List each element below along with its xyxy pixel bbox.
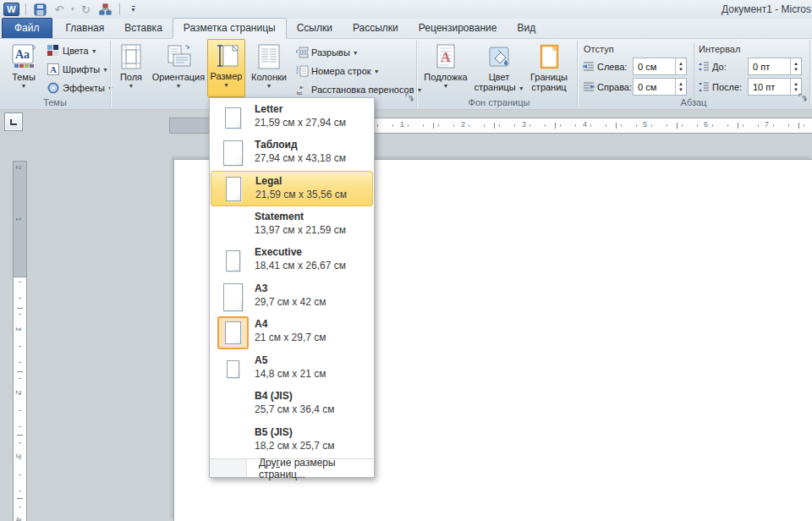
save-button[interactable] xyxy=(32,2,47,17)
size-button[interactable]: Размер ▼ xyxy=(207,39,245,97)
left-tab-icon xyxy=(10,119,17,125)
breaks-button[interactable]: Разрывы▼ xyxy=(295,46,359,59)
tab-references[interactable]: Ссылки xyxy=(287,19,343,38)
vertical-ruler[interactable]: 2 1 1 2 3 4 xyxy=(13,161,27,521)
tab-stop-selector[interactable] xyxy=(4,112,23,131)
tab-file[interactable]: Файл xyxy=(2,18,52,38)
menu-item-a4-selected[interactable]: A4 21 см x 29,7 см xyxy=(211,315,373,350)
svg-text:A: A xyxy=(50,64,57,74)
tab-insert[interactable]: Вставка xyxy=(114,19,173,38)
page-color-button[interactable]: Цвет страницы ▼ xyxy=(474,41,524,98)
menu-item-executive[interactable]: Executive 18,41 см x 26,67 см xyxy=(211,243,373,278)
undo-icon: ↶ xyxy=(55,4,64,15)
group-label-paragraph: Абзац xyxy=(634,97,753,107)
watermark-button[interactable]: A Подложка ▼ xyxy=(421,41,470,98)
spacing-after-spinner[interactable]: 10 пт ▲▼ xyxy=(748,78,802,96)
word-window: W ↶ ▾ ↻ ▾ Документ1 - Micros Файл Главна… xyxy=(0,0,812,521)
paper-size-menu: Letter 21,59 см x 27,94 см Таблоид 27,94… xyxy=(209,97,375,478)
menu-item-tabloid[interactable]: Таблоид 27,94 см x 43,18 см xyxy=(211,135,373,171)
menu-item-statement[interactable]: Statement 13,97 см x 21,59 см xyxy=(211,207,373,243)
org-chart-icon xyxy=(99,3,112,15)
tab-home[interactable]: Главная xyxy=(56,19,115,38)
chevron-down-icon: ▼ xyxy=(518,85,524,91)
window-title: Документ1 - Micros xyxy=(721,3,811,15)
themes-button[interactable]: Aa Темы ▼ xyxy=(4,41,43,98)
paper-icon xyxy=(226,250,240,271)
themes-icon: Aa xyxy=(11,44,36,69)
margins-button[interactable]: Поля ▼ xyxy=(112,41,150,98)
columns-icon xyxy=(256,44,282,69)
menu-item-a5[interactable]: A5 14,8 см x 21 см xyxy=(211,351,373,387)
indent-left-spinner[interactable]: 0 см ▲▼ xyxy=(633,58,687,75)
svg-text:bc: bc xyxy=(297,90,302,96)
page-setup-dialog-launcher[interactable] xyxy=(405,93,415,103)
redo-button[interactable]: ↻ xyxy=(79,2,94,17)
more-paper-sizes-item[interactable]: Другие размеры страниц... xyxy=(210,459,374,477)
ribbon: Aa Темы ▼ Цвета▼ A Шрифты▼ Эффекты▼ Те xyxy=(0,39,812,110)
ruler-top-margin: 2 1 xyxy=(14,162,26,277)
paragraph-dialog-launcher[interactable] xyxy=(798,93,809,103)
menu-item-a3[interactable]: A3 29,7 см x 42 см xyxy=(211,279,373,315)
tab-mailings[interactable]: Рассылки xyxy=(343,19,409,38)
chevron-down-icon: ▼ xyxy=(443,84,449,89)
page-borders-button[interactable]: Границы страниц xyxy=(524,41,573,98)
group-separator xyxy=(110,41,111,107)
paper-icon xyxy=(227,360,239,378)
theme-effects-icon xyxy=(47,81,60,95)
indent-right-label: Справа: xyxy=(582,81,632,93)
spinner-arrows[interactable]: ▲▼ xyxy=(675,58,686,74)
title-bar: W ↶ ▾ ↻ ▾ Документ1 - Micros xyxy=(0,0,812,19)
paper-size-icon xyxy=(214,43,239,69)
paper-icon xyxy=(226,177,241,201)
ruler-text-area: 1 2 3 4 5 6 7 xyxy=(339,118,812,133)
undo-button[interactable]: ↶ xyxy=(52,2,67,17)
spacing-before-label: До: xyxy=(697,61,727,73)
word-logo-icon[interactable]: W xyxy=(3,3,19,16)
spacing-after-icon xyxy=(697,81,710,93)
svg-text:A: A xyxy=(441,50,451,64)
menu-item-letter[interactable]: Letter 21,59 см x 27,94 см xyxy=(211,100,373,135)
ribbon-tab-bar: Файл Главная Вставка Разметка страницы С… xyxy=(0,19,812,39)
hyphenation-button[interactable]: a-bc Расстановка переносов▼ xyxy=(295,83,422,96)
tab-page-layout[interactable]: Разметка страницы xyxy=(173,18,287,39)
margins-icon xyxy=(118,44,144,69)
indent-title: Отступ xyxy=(584,44,614,54)
chevron-down-icon: ▼ xyxy=(223,83,229,88)
chevron-down-icon: ▾ xyxy=(132,6,135,13)
svg-text:a-: a- xyxy=(299,85,304,90)
diagram-button[interactable] xyxy=(98,2,113,17)
chevron-down-icon: ▼ xyxy=(129,84,134,89)
line-numbers-button[interactable]: 12 Номера строк▼ xyxy=(295,64,380,78)
indent-right-spinner[interactable]: 0 см ▲▼ xyxy=(633,78,687,96)
divider xyxy=(25,3,26,15)
undo-dropdown-arrow[interactable]: ▾ xyxy=(71,6,74,13)
group-label-page-background: Фон страницы xyxy=(440,97,558,107)
orientation-button[interactable]: Ориентация ▼ xyxy=(151,41,206,98)
menu-item-b5-jis[interactable]: B5 (JIS) 18,2 см x 25,7 см xyxy=(211,423,373,458)
paper-icon xyxy=(225,107,241,129)
spinner-arrows[interactable]: ▲▼ xyxy=(790,58,801,74)
menu-item-legal[interactable]: Legal 21,59 см x 35,56 см xyxy=(211,171,373,206)
theme-effects-button[interactable]: Эффекты▼ xyxy=(47,81,113,95)
spacing-before-spinner[interactable]: 0 пт ▲▼ xyxy=(748,58,802,75)
indent-right-icon xyxy=(582,81,595,93)
tab-review[interactable]: Рецензирование xyxy=(409,19,508,38)
indent-left-icon xyxy=(582,61,595,73)
group-separator xyxy=(577,41,578,107)
column-separator xyxy=(694,42,694,103)
tab-view[interactable]: Вид xyxy=(507,19,546,38)
theme-fonts-button[interactable]: A Шрифты▼ xyxy=(47,63,108,76)
menu-item-b4-jis[interactable]: B4 (JIS) 25,7 см x 36,4 см xyxy=(211,387,373,422)
page-borders-icon xyxy=(536,44,562,69)
chevron-down-icon: ▼ xyxy=(176,84,182,89)
save-icon xyxy=(34,3,47,16)
svg-text:2: 2 xyxy=(296,69,299,74)
columns-button[interactable]: Колонки ▼ xyxy=(247,41,291,98)
divider xyxy=(119,3,120,15)
spinner-arrows[interactable]: ▲▼ xyxy=(675,79,686,95)
customize-qat-button[interactable]: ▾ xyxy=(126,2,141,17)
theme-colors-icon xyxy=(47,44,60,58)
theme-colors-button[interactable]: Цвета▼ xyxy=(47,44,97,58)
orientation-icon xyxy=(165,44,192,69)
watermark-icon: A xyxy=(433,44,458,69)
